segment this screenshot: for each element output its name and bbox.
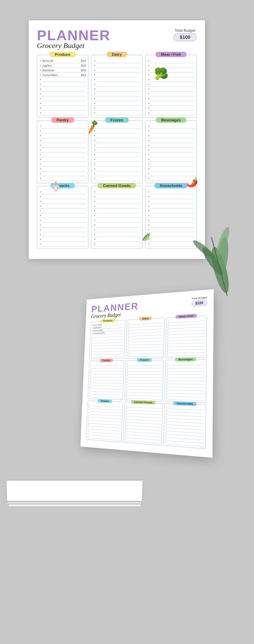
bullet-dot (40, 243, 41, 244)
bullet-dot (148, 168, 149, 169)
bullet-dot (148, 89, 149, 90)
bullet-dot (94, 229, 95, 230)
list-item (94, 96, 140, 101)
bullet-dot (40, 93, 41, 94)
bullet-dot (148, 74, 149, 75)
list-item (94, 124, 140, 129)
item-name-empty (42, 167, 86, 171)
small-item-name (127, 393, 128, 395)
bullet-dot (148, 135, 149, 136)
bullet-dot (40, 79, 41, 80)
small-item-name (92, 341, 93, 343)
bullet-dot (40, 164, 41, 165)
item-name-empty (97, 195, 140, 198)
bullet-dot (94, 126, 95, 127)
category-header-households: Households (146, 183, 196, 188)
bullet-dot (148, 145, 149, 146)
small-item-name (92, 347, 93, 349)
bullet-dot (40, 178, 41, 179)
list-item (94, 237, 140, 242)
item-name-empty (97, 219, 140, 222)
bullet-dot (40, 84, 41, 85)
item-name-empty (151, 92, 194, 96)
small-item-name (128, 363, 129, 365)
small-item-name (89, 430, 89, 432)
bullet-dot (94, 178, 95, 179)
item-name-empty (97, 214, 140, 217)
list-item (148, 218, 194, 223)
category-section-beverages: Beverages (145, 120, 197, 183)
small-item-name: Cucumbers (93, 332, 102, 334)
bullet-dot (148, 164, 149, 165)
bullet-dot (94, 243, 95, 244)
item-name-empty (42, 219, 86, 222)
small-item-name (126, 435, 127, 437)
item-name-empty (42, 228, 86, 232)
list-item (94, 58, 140, 63)
small-item-name (126, 423, 127, 425)
list-item (40, 223, 86, 228)
list-item (148, 101, 194, 106)
list-item (94, 77, 140, 82)
category-badge-households: Households (154, 183, 188, 188)
small-list-item (127, 365, 162, 368)
small-item-name (129, 331, 130, 333)
item-name-empty (151, 102, 194, 105)
bullet-dot (40, 103, 41, 104)
category-header-snacks: Snacks (37, 183, 88, 188)
list-item (40, 171, 86, 176)
bullet-dot (94, 168, 95, 169)
list-item (94, 199, 140, 204)
list-item (148, 143, 194, 148)
item-value: $20 (81, 64, 86, 67)
bullet-dot (40, 65, 41, 66)
small-badge-meat: Meat / Fish (176, 314, 197, 319)
item-name-empty (97, 172, 140, 175)
small-item-name (91, 380, 91, 382)
small-list-item (127, 372, 162, 375)
item-name-empty (42, 134, 86, 138)
item-name-empty (42, 238, 86, 241)
category-section-pantry: Pantry (37, 120, 88, 183)
list-item (94, 218, 140, 223)
item-name-empty (151, 64, 194, 67)
category-section-dairy: Dairy (91, 55, 143, 118)
small-item-name (91, 363, 92, 365)
bullet-dot (94, 93, 95, 94)
list-item (94, 148, 140, 152)
bullet-dot (94, 70, 95, 71)
small-item-name (89, 412, 90, 414)
item-name-empty (97, 83, 140, 86)
bullet-dot (94, 159, 95, 160)
small-item-name (169, 323, 170, 325)
list-item (148, 124, 194, 129)
bullet-dot (94, 65, 95, 66)
small-item-name (126, 426, 127, 428)
item-name-empty (151, 167, 194, 171)
list-item (94, 242, 140, 246)
list-item (94, 87, 140, 92)
bullet-dot (40, 191, 41, 192)
small-item-name (167, 438, 167, 440)
bullet-dot (94, 145, 95, 146)
small-item-name (90, 395, 91, 397)
bullet-dot (40, 154, 41, 155)
list-item (94, 223, 140, 228)
small-item-name (91, 383, 91, 385)
item-name-empty (42, 106, 86, 110)
small-item-name (127, 408, 128, 410)
bullet-dot (40, 168, 41, 169)
category-lines-households (146, 190, 196, 246)
small-item-name (167, 425, 168, 427)
item-name-empty (97, 64, 140, 67)
small-item-name (127, 405, 128, 407)
list-item (148, 87, 194, 92)
item-name-empty (97, 125, 140, 128)
list-item (40, 152, 86, 157)
item-name: Cucumbers (42, 73, 81, 77)
bullet-dot (94, 201, 95, 202)
category-badge-produce: Produce (49, 52, 76, 57)
bullet-dot (94, 79, 95, 80)
small-item-name (168, 387, 168, 389)
list-item (94, 106, 140, 111)
